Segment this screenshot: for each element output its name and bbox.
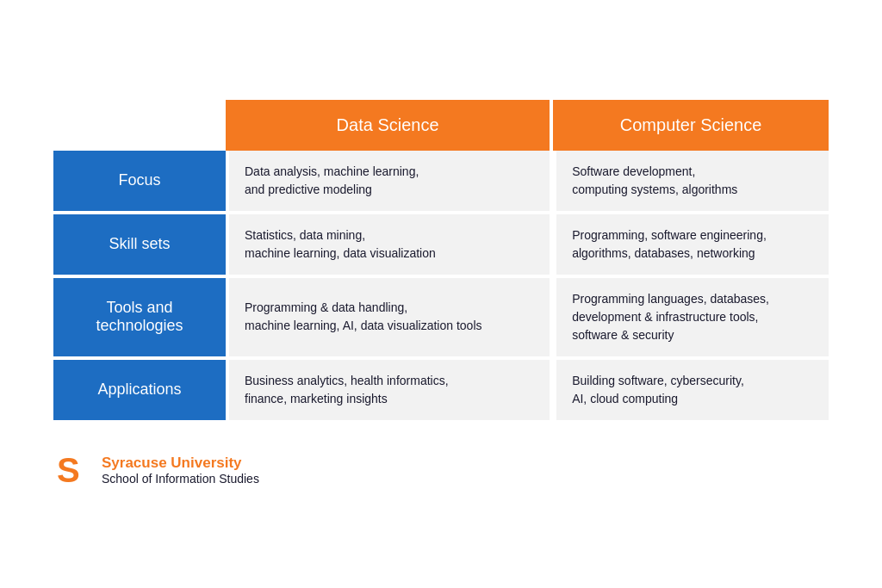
ds-cell-1: Statistics, data mining, machine learnin… xyxy=(226,214,553,278)
table-row: FocusData analysis, machine learning, an… xyxy=(53,151,829,214)
comparison-table: Data Science Computer Science FocusData … xyxy=(53,100,829,420)
data-science-header: Data Science xyxy=(226,100,553,151)
ds-cell-0: Data analysis, machine learning, and pre… xyxy=(226,151,553,214)
table-row: Skill setsStatistics, data mining, machi… xyxy=(53,214,829,278)
cs-cell-3: Building software, cybersecurity, AI, cl… xyxy=(553,360,829,420)
ds-cell-3: Business analytics, health informatics, … xyxy=(226,360,553,420)
ds-cell-2: Programming & data handling, machine lea… xyxy=(226,278,553,360)
syracuse-logo: S xyxy=(53,451,91,489)
cs-cell-0: Software development, computing systems,… xyxy=(553,151,829,214)
page-wrapper: Data Science Computer Science FocusData … xyxy=(53,100,829,489)
table-row: Tools and technologiesProgramming & data… xyxy=(53,278,829,360)
cs-cell-1: Programming, software engineering, algor… xyxy=(553,214,829,278)
table-row: ApplicationsBusiness analytics, health i… xyxy=(53,360,829,420)
footer: S Syracuse University School of Informat… xyxy=(53,451,259,489)
cs-cell-2: Programming languages, databases, develo… xyxy=(553,278,829,360)
footer-text: Syracuse University School of Informatio… xyxy=(102,455,259,486)
empty-header xyxy=(53,100,226,151)
svg-text:S: S xyxy=(57,451,80,489)
computer-science-header: Computer Science xyxy=(553,100,829,151)
row-label-3: Applications xyxy=(53,360,226,420)
row-label-0: Focus xyxy=(53,151,226,214)
university-name: Syracuse University xyxy=(102,455,259,472)
row-label-2: Tools and technologies xyxy=(53,278,226,360)
school-name: School of Information Studies xyxy=(102,472,259,486)
row-label-1: Skill sets xyxy=(53,214,226,278)
